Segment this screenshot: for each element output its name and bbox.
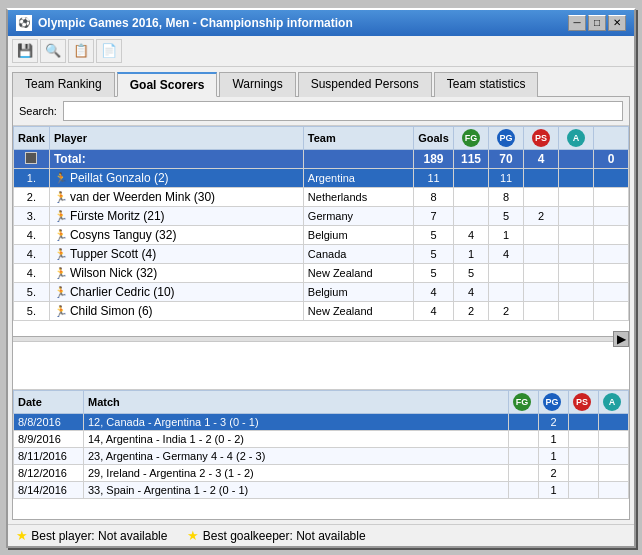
col-lower-fg: FG: [509, 390, 539, 413]
table-row[interactable]: 2. 🏃van der Weerden Mink (30) Netherland…: [14, 187, 629, 206]
lower-ps-badge: PS: [573, 393, 591, 411]
best-goalkeeper-value: Not available: [296, 529, 365, 543]
save-tool-button[interactable]: 💾: [12, 39, 38, 63]
ps-badge: PS: [532, 129, 550, 147]
a-badge: A: [567, 129, 585, 147]
tab-warnings[interactable]: Warnings: [219, 72, 295, 97]
player-icon: 🏃: [54, 286, 68, 298]
tab-goal-scorers[interactable]: Goal Scorers: [117, 72, 218, 97]
col-pg: PG: [489, 126, 524, 149]
col-lower-a: A: [599, 390, 629, 413]
best-goalkeeper-label: Best goalkeeper:: [203, 529, 293, 543]
matches-body: 8/8/2016 12, Canada - Argentina 1 - 3 (0…: [14, 413, 629, 498]
match-row[interactable]: 8/9/2016 14, Argentina - India 1 - 2 (0 …: [14, 430, 629, 447]
upper-scrollbar[interactable]: ▶: [13, 336, 629, 342]
window-title: Olympic Games 2016, Men - Championship i…: [38, 16, 353, 30]
matches-header: Date Match FG PG PS: [14, 390, 629, 413]
col-extra: [594, 126, 629, 149]
best-goalkeeper-section: ★ Best goalkeeper: Not available: [187, 528, 365, 543]
title-controls: ─ □ ✕: [568, 15, 626, 31]
best-player-label: Best player:: [31, 529, 94, 543]
table-row[interactable]: 4. 🏃Cosyns Tanguy (32) Belgium 5 4 1: [14, 225, 629, 244]
match-row[interactable]: 8/12/2016 29, Ireland - Argentina 2 - 3 …: [14, 464, 629, 481]
title-bar-left: ⚽ Olympic Games 2016, Men - Championship…: [16, 15, 353, 31]
search-label: Search:: [19, 105, 57, 117]
lower-table: Date Match FG PG PS: [13, 389, 629, 519]
scorers-table: Rank Player Team Goals FG PG PS: [13, 126, 629, 321]
lower-a-badge: A: [603, 393, 621, 411]
player-icon: 🏃: [54, 229, 68, 241]
col-lower-ps: PS: [569, 390, 599, 413]
status-bar: ★ Best player: Not available ★ Best goal…: [8, 524, 634, 546]
total-icon: [25, 152, 37, 164]
copy-tool-button[interactable]: 📋: [68, 39, 94, 63]
tab-bar: Team Ranking Goal Scorers Warnings Suspe…: [8, 67, 634, 96]
pg-badge: PG: [497, 129, 515, 147]
toolbar: 💾 🔍 📋 📄: [8, 36, 634, 67]
tab-suspended-persons[interactable]: Suspended Persons: [298, 72, 432, 97]
close-button[interactable]: ✕: [608, 15, 626, 31]
table-row[interactable]: 3. 🏃Fürste Moritz (21) Germany 7 5 2: [14, 206, 629, 225]
maximize-button[interactable]: □: [588, 15, 606, 31]
lower-pg-badge: PG: [543, 393, 561, 411]
player-icon: 🏃: [54, 267, 68, 279]
player-icon: 🏃: [54, 172, 68, 184]
player-icon: 🏃: [54, 210, 68, 222]
table-header: Rank Player Team Goals FG PG PS: [14, 126, 629, 149]
col-team: Team: [303, 126, 413, 149]
main-window: ⚽ Olympic Games 2016, Men - Championship…: [6, 8, 636, 548]
player-icon: 🏃: [54, 191, 68, 203]
app-icon: ⚽: [16, 15, 32, 31]
scroll-right-button[interactable]: ▶: [613, 331, 629, 347]
fg-badge: FG: [462, 129, 480, 147]
best-player-section: ★ Best player: Not available: [16, 528, 167, 543]
title-bar: ⚽ Olympic Games 2016, Men - Championship…: [8, 10, 634, 36]
col-fg: FG: [454, 126, 489, 149]
table-body: Total: 189 115 70 4 0 1. 🏃Peilla: [14, 149, 629, 320]
col-lower-pg: PG: [539, 390, 569, 413]
tab-team-ranking[interactable]: Team Ranking: [12, 72, 115, 97]
table-row[interactable]: 5. 🏃Charlier Cedric (10) Belgium 4 4: [14, 282, 629, 301]
table-row[interactable]: 4. 🏃Tupper Scott (4) Canada 5 1 4: [14, 244, 629, 263]
table-row[interactable]: 4. 🏃Wilson Nick (32) New Zealand 5 5: [14, 263, 629, 282]
search-tool-button[interactable]: 🔍: [40, 39, 66, 63]
star-icon-2: ★: [187, 528, 199, 543]
col-goals: Goals: [414, 126, 454, 149]
best-player-value: Not available: [98, 529, 167, 543]
player-icon: 🏃: [54, 305, 68, 317]
print-tool-button[interactable]: 📄: [96, 39, 122, 63]
col-a: A: [559, 126, 594, 149]
match-row[interactable]: 8/11/2016 23, Argentina - Germany 4 - 4 …: [14, 447, 629, 464]
search-bar: Search:: [13, 97, 629, 126]
table-row[interactable]: 1. 🏃Peillat Gonzalo (2) Argentina 11 11: [14, 168, 629, 187]
col-match: Match: [84, 390, 509, 413]
col-ps: PS: [524, 126, 559, 149]
match-row[interactable]: 8/14/2016 33, Spain - Argentina 1 - 2 (0…: [14, 481, 629, 498]
upper-table: Rank Player Team Goals FG PG PS: [13, 126, 629, 389]
tab-content: Search: Rank Player Team Goals FG: [12, 96, 630, 520]
matches-table: Date Match FG PG PS: [13, 390, 629, 499]
match-row[interactable]: 8/8/2016 12, Canada - Argentina 1 - 3 (0…: [14, 413, 629, 430]
player-icon: 🏃: [54, 248, 68, 260]
tab-team-statistics[interactable]: Team statistics: [434, 72, 539, 97]
col-rank: Rank: [14, 126, 50, 149]
search-input[interactable]: [63, 101, 623, 121]
total-row: Total: 189 115 70 4 0: [14, 149, 629, 168]
col-player: Player: [49, 126, 303, 149]
lower-fg-badge: FG: [513, 393, 531, 411]
star-icon: ★: [16, 528, 28, 543]
table-row[interactable]: 5. 🏃Child Simon (6) New Zealand 4 2 2: [14, 301, 629, 320]
minimize-button[interactable]: ─: [568, 15, 586, 31]
col-date: Date: [14, 390, 84, 413]
